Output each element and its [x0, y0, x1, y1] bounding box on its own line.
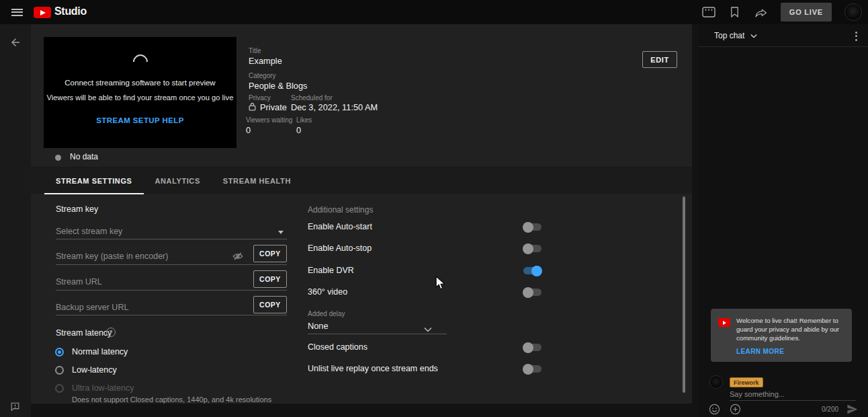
- learn-more-link[interactable]: LEARN MORE: [736, 348, 845, 355]
- select-stream-key-field[interactable]: Select stream key: [56, 227, 122, 236]
- top-bar: Studio GO LIVE: [0, 0, 868, 24]
- radio-icon: [55, 366, 64, 375]
- feedback-icon[interactable]: [10, 402, 20, 414]
- tab-stream-health[interactable]: STREAM HEALTH: [212, 167, 302, 194]
- help-icon[interactable]: ?: [106, 328, 116, 337]
- auto-start-label: Enable Auto-start: [308, 222, 372, 231]
- studio-brand-label: Studio: [54, 5, 87, 17]
- edit-button[interactable]: EDIT: [642, 51, 677, 68]
- added-delay-select[interactable]: None: [308, 321, 329, 331]
- privacy-value: Private: [260, 102, 287, 112]
- radio-label: Ultra low-latency: [72, 383, 134, 393]
- menu-icon[interactable]: [11, 9, 23, 16]
- latency-note: Does not support Closed captions, 1440p,…: [72, 395, 271, 404]
- radio-icon: [55, 384, 64, 393]
- radio-icon: [55, 348, 64, 356]
- viewers-waiting-label: Viewers waiting: [246, 116, 292, 124]
- tab-strip: STREAM SETTINGS ANALYTICS STREAM HEALTH: [31, 167, 692, 194]
- preview-submessage: Viewers will be able to find your stream…: [47, 93, 234, 102]
- stream-preview-panel: Connect streaming software to start prev…: [44, 37, 236, 148]
- likes-label: Likes: [296, 116, 312, 124]
- back-arrow-icon[interactable]: [9, 36, 21, 51]
- live-control-room-icon[interactable]: [702, 5, 715, 19]
- chat-input[interactable]: Say something...: [730, 390, 785, 398]
- closed-captions-label: Closed captions: [308, 342, 367, 352]
- add-icon[interactable]: [730, 404, 741, 417]
- loading-spinner-icon: [130, 51, 150, 72]
- welcome-text: Welcome to live chat! Remember to guard …: [736, 316, 845, 343]
- copy-stream-url-button[interactable]: COPY: [253, 270, 287, 288]
- video-360-label: 360° video: [308, 287, 347, 297]
- go-live-button[interactable]: GO LIVE: [781, 3, 832, 22]
- category-label: Category: [249, 72, 276, 79]
- bookmark-icon[interactable]: [728, 5, 742, 19]
- chat-username-badge: Firework: [730, 377, 763, 387]
- auto-stop-toggle[interactable]: [523, 245, 541, 252]
- viewers-waiting-value: 0: [246, 125, 251, 135]
- stream-category: People & Blogs: [249, 81, 308, 91]
- lock-icon: [249, 102, 256, 114]
- chat-header: Top chat: [699, 24, 868, 47]
- share-icon[interactable]: [754, 5, 768, 19]
- youtube-logo-icon[interactable]: [34, 7, 51, 18]
- dropdown-caret-icon[interactable]: [278, 231, 284, 234]
- chat-welcome-message: Welcome to live chat! Remember to guard …: [711, 309, 852, 362]
- stream-latency-heading: Stream latency: [56, 328, 112, 338]
- likes-value: 0: [296, 125, 301, 135]
- copy-backup-url-button[interactable]: COPY: [253, 296, 287, 313]
- preview-message: Connect streaming software to start prev…: [64, 79, 215, 87]
- copy-stream-key-button[interactable]: COPY: [253, 245, 287, 262]
- youtube-mini-icon: [718, 318, 730, 327]
- chat-user-avatar: [709, 375, 723, 389]
- tab-stream-settings[interactable]: STREAM SETTINGS: [44, 167, 144, 194]
- emoji-icon[interactable]: [709, 404, 720, 417]
- radio-ultra-low-latency[interactable]: Ultra low-latency: [55, 383, 134, 393]
- video-360-toggle[interactable]: [523, 289, 541, 296]
- auto-start-toggle[interactable]: [523, 223, 541, 231]
- auto-stop-label: Enable Auto-stop: [308, 243, 372, 253]
- tab-analytics[interactable]: ANALYTICS: [144, 167, 212, 194]
- settings-scrollbar[interactable]: [683, 196, 685, 393]
- closed-captions-toggle[interactable]: [523, 344, 541, 351]
- backup-server-url-field[interactable]: Backup server URL: [56, 303, 128, 312]
- privacy-label: Privacy: [249, 94, 271, 102]
- account-avatar[interactable]: [844, 3, 862, 21]
- send-icon[interactable]: [847, 404, 858, 417]
- eye-off-icon[interactable]: [232, 252, 243, 264]
- char-count: 0/200: [822, 406, 838, 413]
- no-data-status: No data: [70, 152, 98, 161]
- stream-key-heading: Stream key: [56, 204, 98, 214]
- dvr-toggle[interactable]: [523, 267, 541, 274]
- top-chat-dropdown[interactable]: Top chat: [714, 31, 757, 40]
- chat-options-icon[interactable]: [852, 30, 860, 42]
- added-delay-label: Added delay: [308, 310, 345, 317]
- dvr-label: Enable DVR: [308, 266, 354, 275]
- stream-title: Example: [249, 56, 282, 66]
- radio-label: Low-latency: [72, 365, 117, 375]
- stream-setup-help-link[interactable]: STREAM SETUP HELP: [96, 116, 184, 124]
- status-dot-icon: [55, 155, 61, 161]
- stream-key-field[interactable]: Stream key (paste in encoder): [56, 252, 168, 261]
- additional-settings-heading: Additional settings: [308, 205, 373, 215]
- stream-dashboard-card: Connect streaming software to start prev…: [31, 24, 692, 404]
- unlist-replay-label: Unlist live replay once stream ends: [308, 364, 438, 373]
- radio-label: Normal latency: [72, 347, 128, 356]
- scheduled-value: Dec 3, 2022, 11:50 AM: [291, 102, 378, 112]
- stream-url-field[interactable]: Stream URL: [56, 277, 102, 287]
- scheduled-label: Scheduled for: [291, 94, 333, 102]
- title-label: Title: [249, 47, 261, 54]
- top-chat-label: Top chat: [714, 31, 744, 40]
- radio-low-latency[interactable]: Low-latency: [55, 365, 117, 375]
- left-rail: [0, 24, 31, 417]
- radio-normal-latency[interactable]: Normal latency: [55, 347, 128, 356]
- unlist-replay-toggle[interactable]: [523, 365, 541, 373]
- live-chat-panel: Top chat Welcome to live chat! Remember …: [699, 24, 868, 417]
